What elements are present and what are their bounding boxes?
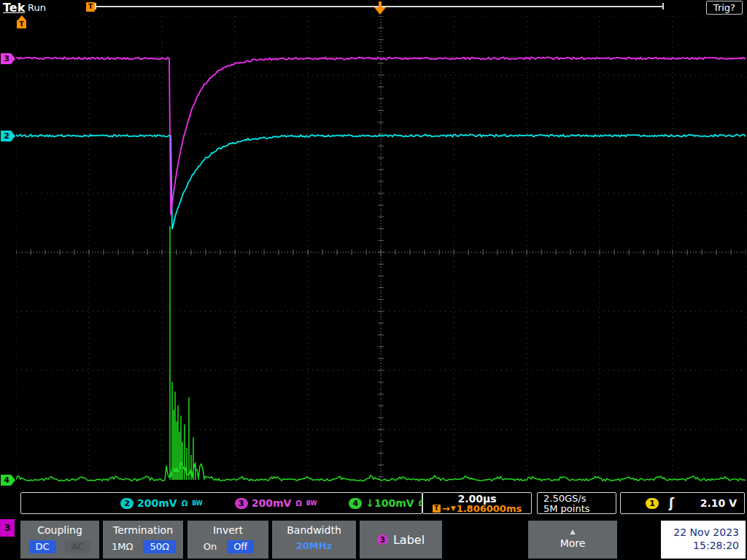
invert-label: Invert (187, 525, 268, 536)
delay-value: 1.806000ms (457, 504, 522, 513)
timebase-scale: 2.00µs (423, 494, 531, 504)
channel-2-ohm-icon: Ω (182, 499, 188, 508)
record-length: 5M points (543, 504, 616, 514)
bandwidth-button[interactable]: Bandwidth 20MHz (272, 521, 356, 559)
trigger-level-value: 2.10 V (700, 497, 737, 509)
bandwidth-value[interactable]: 20MHz (296, 540, 332, 552)
acquisition-status: Run (28, 2, 46, 13)
channel-3-ohm-icon: Ω (295, 499, 302, 508)
channel-3-readout[interactable]: 3 200mV Ω BW (235, 497, 317, 509)
trigger-position-stem (379, 1, 382, 7)
termination-1mohm-option[interactable]: 1MΩ (110, 540, 134, 553)
trigger-source-badge: 1 (646, 498, 659, 509)
trigger-position-marker[interactable] (374, 1, 386, 15)
tek-logo: Tek (3, 1, 25, 15)
record-bar-right-tick (662, 3, 664, 9)
channel-2-badge: 2 (120, 498, 133, 509)
invert-button[interactable]: Invert On Off (187, 521, 268, 559)
channel-3-badge: 3 (235, 498, 248, 509)
datetime-display: 22 Nov 2023 15:28:20 (661, 521, 746, 559)
coupling-dc-option[interactable]: DC (29, 540, 56, 553)
trigger-offscreen-arrow-icon (18, 15, 26, 20)
bandwidth-label: Bandwidth (272, 525, 356, 536)
trigger-level-marker[interactable]: T (17, 15, 27, 28)
channel-2-readout[interactable]: 2 200mV Ω BW (120, 497, 203, 509)
trigger-status-badge: Trig? (706, 1, 743, 15)
delay-arrow-icon: → (442, 504, 450, 513)
channel-2-bandwidth-limit-icon: BW (192, 500, 202, 507)
label-text: Label (393, 533, 425, 547)
channel-2-scale: 200mV (137, 497, 177, 509)
label-button[interactable]: 3 Label (360, 521, 442, 559)
channel-4-badge: 4 (349, 498, 362, 509)
coupling-label: Coupling (20, 525, 99, 536)
channel-3-bandwidth-limit-icon: BW (306, 500, 317, 507)
trigger-delay-readout: T→▼1.806000ms (423, 504, 531, 513)
trigger-record-icon: T (86, 2, 95, 12)
more-up-arrow-icon: ▲ (528, 528, 617, 535)
termination-label: Termination (103, 525, 183, 536)
time-text: 15:28:20 (661, 539, 739, 552)
channel-4-scale: ↓100mV (365, 497, 414, 509)
coupling-button[interactable]: Coupling DC AC (20, 521, 99, 559)
channel-4-marker[interactable]: 4 (1, 475, 15, 486)
menu-channel-indicator: 3 (0, 519, 15, 537)
coupling-ac-option[interactable]: AC (65, 540, 91, 553)
delay-triangle-icon: ▼ (451, 504, 456, 513)
termination-button[interactable]: Termination 1MΩ 50Ω (103, 521, 183, 559)
graticule-waveform-display (16, 16, 746, 489)
more-button[interactable]: ▲ More (528, 521, 617, 559)
trigger-t-icon: T (433, 505, 441, 513)
sample-rate: 2.50GS/s (543, 494, 616, 504)
trigger-readout-box[interactable]: 1 ʃ 2.10 V (620, 492, 745, 514)
label-channel-badge: 3 (377, 534, 388, 545)
channel-3-scale: 200mV (252, 497, 292, 509)
trigger-position-arrow-icon (374, 7, 386, 15)
acquisition-readout-box[interactable]: 2.50GS/s 5M points (537, 492, 616, 514)
more-text: More (528, 537, 617, 549)
channel-readouts-box: 2 200mV Ω BW 3 200mV Ω BW 4 ↓100mV Ω BW (20, 492, 422, 514)
trigger-level-label: T (17, 20, 26, 28)
channel-3-marker[interactable]: 3 (1, 53, 15, 64)
channel-2-marker[interactable]: 2 (1, 131, 15, 141)
date-text: 22 Nov 2023 (661, 526, 739, 539)
invert-off-option[interactable]: Off (227, 540, 254, 553)
horizontal-readout-box[interactable]: 2.00µs T→▼1.806000ms (422, 492, 532, 514)
invert-on-option[interactable]: On (202, 540, 218, 553)
trigger-slope-icon: ʃ (669, 497, 674, 510)
termination-50ohm-option[interactable]: 50Ω (143, 540, 175, 553)
